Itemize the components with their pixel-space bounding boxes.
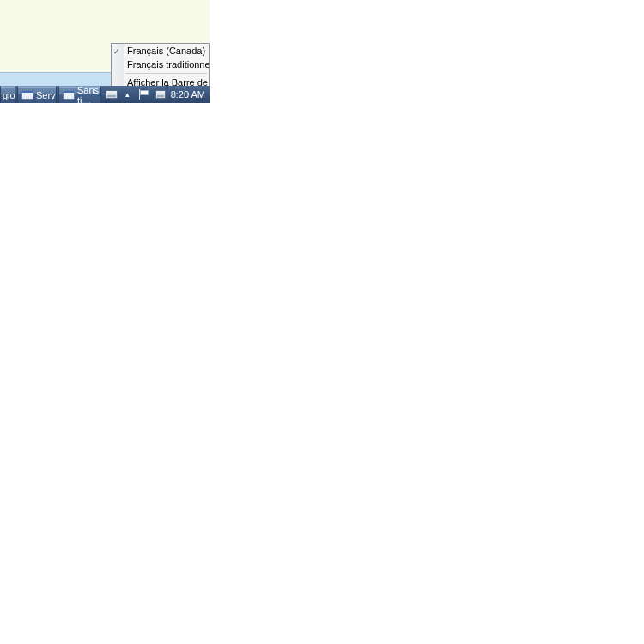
taskbar-button-label: gio… bbox=[3, 90, 15, 100]
show-hidden-icons-icon[interactable]: ▴ bbox=[122, 88, 134, 100]
keyboard-layout-icon[interactable] bbox=[106, 88, 118, 100]
taskbar-clock[interactable]: 8:20 AM bbox=[171, 89, 205, 100]
taskbar-button-regional[interactable]: gio… bbox=[0, 86, 15, 103]
taskbar: gio… Servic… Sans ti… ▴ 8:20 AM bbox=[0, 86, 210, 103]
system-tray: ▴ 8:20 AM bbox=[102, 86, 210, 103]
menu-item-francais-traditionnel[interactable]: Français traditionnel (Canada) bbox=[112, 58, 209, 71]
taskbar-button-services[interactable]: Servic… bbox=[17, 86, 57, 103]
menu-item-francais-canada[interactable]: ✓ Français (Canada) bbox=[112, 44, 209, 58]
menu-item-label: Français (Canada) bbox=[127, 46, 205, 56]
taskbar-button-label: Servic… bbox=[36, 90, 57, 100]
menu-item-label: Français traditionnel (Canada) bbox=[127, 59, 210, 70]
check-icon: ✓ bbox=[113, 46, 120, 58]
input-indicator-icon[interactable] bbox=[155, 88, 167, 100]
menu-separator bbox=[125, 73, 207, 74]
taskbar-button-sans-titre[interactable]: Sans ti… bbox=[58, 86, 101, 103]
taskbar-button-label: Sans ti… bbox=[77, 86, 99, 103]
language-bar-menu: ✓ Français (Canada) Français traditionne… bbox=[111, 43, 210, 90]
flag-icon[interactable] bbox=[138, 88, 150, 100]
window-icon bbox=[21, 90, 33, 100]
window-icon bbox=[63, 90, 75, 100]
